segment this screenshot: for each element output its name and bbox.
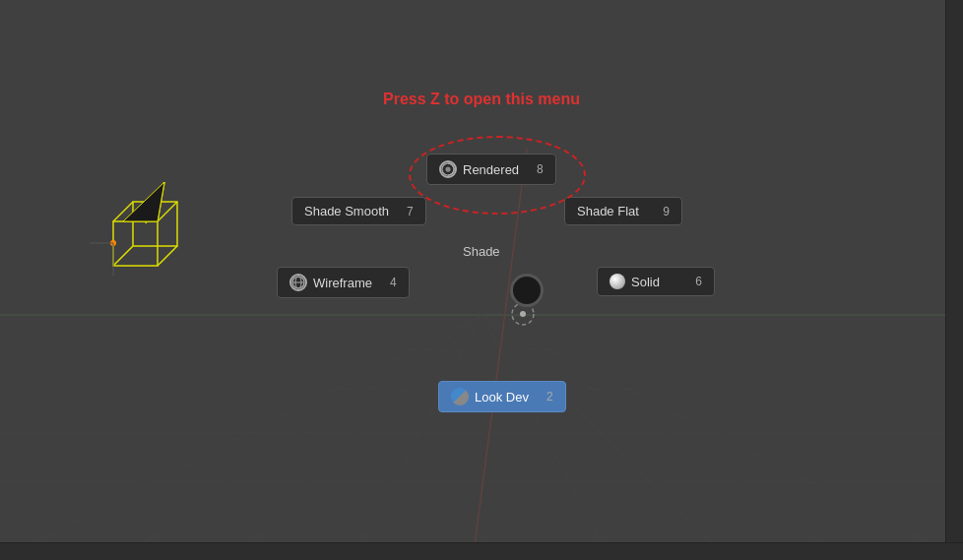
rendered-shortcut: 8 [525, 162, 544, 176]
instruction-text: Press Z to open this menu [383, 91, 580, 108]
svg-line-2 [118, 315, 482, 560]
svg-line-1 [0, 315, 482, 560]
viewport: Press Z to open this menu Rendered 8 Sha… [0, 0, 963, 560]
svg-line-3 [236, 315, 482, 560]
shade-flat-shortcut: 9 [651, 205, 670, 218]
svg-point-36 [445, 166, 450, 171]
svg-line-8 [482, 315, 847, 560]
menu-item-rendered[interactable]: Rendered 8 [426, 154, 556, 185]
svg-line-4 [354, 315, 482, 560]
menu-item-solid[interactable]: Solid 6 [597, 267, 715, 296]
rendered-label: Rendered [463, 162, 519, 177]
lookdev-icon [451, 388, 469, 405]
svg-marker-31 [123, 182, 164, 221]
svg-line-6 [482, 315, 610, 560]
wireframe-shortcut: 4 [378, 276, 397, 289]
shade-smooth-shortcut: 7 [395, 205, 414, 218]
3d-object [84, 182, 192, 280]
solid-label: Solid [631, 275, 660, 289]
solid-shortcut: 6 [683, 275, 702, 288]
shade-flat-label: Shade Flat [577, 204, 639, 218]
svg-line-9 [482, 315, 963, 560]
svg-line-21 [473, 148, 527, 560]
shade-smooth-label: Shade Smooth [304, 204, 389, 218]
wireframe-icon [289, 274, 307, 291]
svg-line-26 [113, 246, 133, 266]
wireframe-label: Wireframe [313, 276, 372, 290]
lookdev-shortcut: 2 [535, 390, 553, 404]
svg-line-27 [158, 246, 177, 266]
menu-item-wireframe[interactable]: Wireframe 4 [277, 267, 410, 298]
svg-point-38 [520, 311, 526, 317]
rendered-icon [439, 160, 457, 178]
bottom-edge-strip [0, 542, 963, 560]
lookdev-label: Look Dev [475, 390, 529, 404]
right-edge-strip [945, 0, 963, 560]
svg-line-7 [482, 315, 729, 560]
svg-line-20 [482, 79, 963, 315]
pie-center-circle [510, 274, 544, 307]
menu-item-shade-flat[interactable]: Shade Flat 9 [564, 197, 682, 225]
solid-icon [610, 274, 625, 289]
menu-item-shade-smooth[interactable]: Shade Smooth 7 [291, 197, 426, 225]
menu-item-lookdev[interactable]: Look Dev 2 [438, 381, 566, 412]
